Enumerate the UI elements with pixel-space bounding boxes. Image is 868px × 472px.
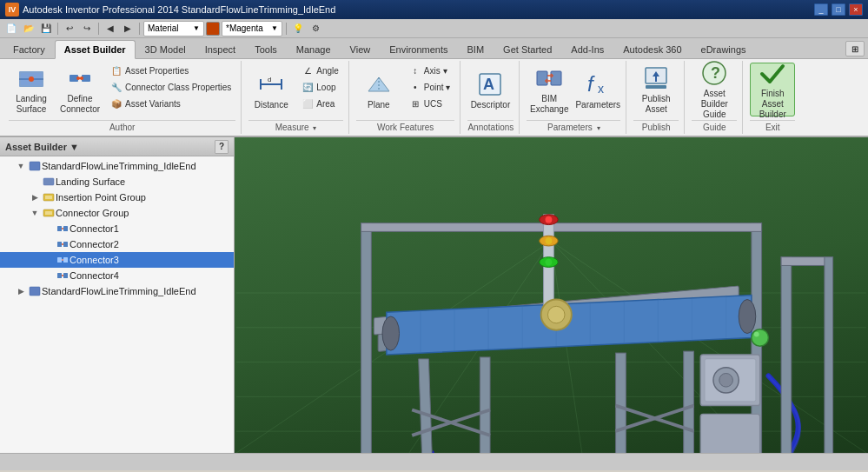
descriptor-icon: A xyxy=(476,70,504,98)
ucs-button[interactable]: ⊞ UCS xyxy=(405,96,455,111)
color-dropdown[interactable]: *Magenta ▼ xyxy=(222,21,282,37)
tree-expand-connector-group[interactable]: ▼ xyxy=(28,206,42,220)
save-button[interactable]: 💾 xyxy=(38,21,54,37)
distance-icon: d xyxy=(257,70,285,98)
tree-label-insertion: Insertion Point Group xyxy=(56,192,146,203)
guide-group-label: Guide xyxy=(692,120,737,132)
parameters-dropdown-arrow[interactable]: ▾ xyxy=(597,124,600,132)
status-bar xyxy=(0,453,868,470)
tree-expand-root1[interactable]: ▼ xyxy=(14,159,28,173)
loop-button[interactable]: 🔄 Loop xyxy=(297,79,343,95)
measure-dropdown-arrow[interactable]: ▾ xyxy=(313,124,316,132)
asset-builder-guide-button[interactable]: ? Asset BuilderGuide xyxy=(692,63,737,116)
tree-item-insertion-group[interactable]: ▶ Insertion Point Group xyxy=(0,189,234,205)
ribbon-group-exit: FinishAsset Builder Exit xyxy=(745,61,800,134)
define-connector-icon xyxy=(66,64,94,92)
svg-point-71 xyxy=(382,316,400,350)
svg-point-94 xyxy=(546,216,553,223)
point-button[interactable]: • Point ▾ xyxy=(405,79,455,95)
open-button[interactable]: 📂 xyxy=(21,21,36,37)
tab-manage[interactable]: Manage xyxy=(287,39,341,58)
tree-item-connector2[interactable]: Connector2 xyxy=(0,236,234,252)
tab-factory[interactable]: Factory xyxy=(3,39,55,58)
ribbon-group-publish: PublishAsset Publish xyxy=(628,61,685,134)
tab-tools[interactable]: Tools xyxy=(245,39,287,58)
color-swatch[interactable] xyxy=(206,22,220,36)
tab-add-ins[interactable]: Add-Ins xyxy=(561,39,613,58)
finish-asset-builder-button[interactable]: FinishAsset Builder xyxy=(750,63,795,116)
settings-button[interactable]: ⚙ xyxy=(308,21,323,37)
publish-group-label: Publish xyxy=(633,120,679,132)
ribbon-menu-btn[interactable]: ⊞ xyxy=(845,41,865,57)
back-button[interactable]: ◀ xyxy=(103,21,118,37)
angle-button[interactable]: ∠ Angle xyxy=(297,63,343,78)
svg-text:d: d xyxy=(268,76,271,83)
asset-properties-button[interactable]: 📋 Asset Properties xyxy=(106,63,235,78)
main-area: Asset Builder ▼ ? ▼ StandardFlowLineTrim… xyxy=(0,137,868,453)
measure-content: d Distance ∠ Angle 🔄 Loop ⬜ Area xyxy=(248,63,343,118)
tab-asset-builder[interactable]: Asset Builder xyxy=(55,40,136,59)
svg-text:x: x xyxy=(598,82,604,96)
svg-point-100 xyxy=(754,332,759,337)
tab-view[interactable]: View xyxy=(341,39,381,58)
bim-exchange-icon xyxy=(535,64,563,92)
landing-surface-button[interactable]: LandingSurface xyxy=(9,63,54,116)
distance-button[interactable]: d Distance xyxy=(248,63,294,116)
tab-bim[interactable]: BIM xyxy=(458,39,494,58)
work-features-content: Plane ↕ Axis ▾ • Point ▾ ⊞ UCS xyxy=(356,63,455,118)
tree-item-landing-surface[interactable]: Landing Surface xyxy=(0,174,234,189)
ribbon-options[interactable]: ⊞ xyxy=(845,41,865,58)
tree-item-connector4[interactable]: Connector4 xyxy=(0,268,234,283)
parameters-content: BIMExchange f x Parameters xyxy=(527,63,620,118)
tree-item-connector-group[interactable]: ▼ Connector Group xyxy=(0,205,234,221)
area-button[interactable]: ⬜ Area xyxy=(297,96,343,111)
bim-exchange-button[interactable]: BIMExchange xyxy=(527,63,572,116)
ribbon-tabs: Factory Asset Builder 3D Model Inspect T… xyxy=(0,38,868,59)
panel-help-button[interactable]: ? xyxy=(215,140,229,154)
loop-label: Loop xyxy=(316,83,335,92)
maximize-button[interactable]: □ xyxy=(832,3,845,16)
close-button[interactable]: × xyxy=(849,3,863,16)
guide-content: ? Asset BuilderGuide xyxy=(692,63,737,118)
tree-item-root2[interactable]: ▶ StandardFlowLineTrimming_IdleEnd xyxy=(0,283,234,299)
tree-icon-root1 xyxy=(28,159,42,173)
tree-expand-root2[interactable]: ▶ xyxy=(14,284,28,298)
svg-rect-34 xyxy=(57,242,62,247)
tab-edrawings[interactable]: eDrawings xyxy=(692,39,756,58)
tab-3d-model[interactable]: 3D Model xyxy=(136,39,195,58)
connector-class-button[interactable]: 🔧 Connector Class Properties xyxy=(106,79,235,95)
new-button[interactable]: 📄 xyxy=(3,21,19,37)
descriptor-button[interactable]: A Descriptor xyxy=(467,63,513,116)
tree-item-connector3[interactable]: Connector3 xyxy=(0,252,234,268)
minimize-button[interactable]: _ xyxy=(814,3,828,16)
publish-asset-button[interactable]: PublishAsset xyxy=(633,63,679,116)
help-button[interactable]: 💡 xyxy=(290,21,306,37)
tab-autodesk-360[interactable]: Autodesk 360 xyxy=(613,39,691,58)
forward-button[interactable]: ▶ xyxy=(120,21,136,37)
define-connector-button[interactable]: DefineConnector xyxy=(57,63,103,116)
tree-label-c2: Connector2 xyxy=(70,239,119,249)
annotations-group-label: Annotations xyxy=(467,120,514,132)
parameters-button[interactable]: f x Parameters xyxy=(575,63,620,116)
ucs-label: UCS xyxy=(424,99,442,109)
tab-get-started[interactable]: Get Started xyxy=(494,39,561,58)
tree-item-connector1[interactable]: Connector1 xyxy=(0,221,234,236)
define-connector-label: DefineConnector xyxy=(60,94,100,115)
asset-variants-button[interactable]: 📦 Asset Variants xyxy=(106,96,235,111)
tab-inspect[interactable]: Inspect xyxy=(195,39,245,58)
axis-label: Axis ▾ xyxy=(424,66,447,76)
svg-rect-89 xyxy=(700,414,759,453)
material-dropdown[interactable]: Material ▼ xyxy=(143,21,204,37)
title-bar-controls[interactable]: _ □ × xyxy=(814,3,863,16)
ribbon-group-author: LandingSurface DefineConnector 📋 xyxy=(3,61,242,134)
loop-icon: 🔄 xyxy=(301,81,314,93)
work-features-small-buttons: ↕ Axis ▾ • Point ▾ ⊞ UCS xyxy=(405,63,455,111)
svg-point-99 xyxy=(752,329,769,347)
tree-item-root1[interactable]: ▼ StandardFlowLineTrimming_IdleEnd xyxy=(0,158,234,174)
plane-button[interactable]: Plane xyxy=(356,63,401,116)
axis-button[interactable]: ↕ Axis ▾ xyxy=(405,63,455,78)
tab-environments[interactable]: Environments xyxy=(380,39,457,58)
undo-button[interactable]: ↩ xyxy=(62,21,77,37)
redo-button[interactable]: ↪ xyxy=(79,21,95,37)
tree-expand-insertion[interactable]: ▶ xyxy=(28,190,42,204)
